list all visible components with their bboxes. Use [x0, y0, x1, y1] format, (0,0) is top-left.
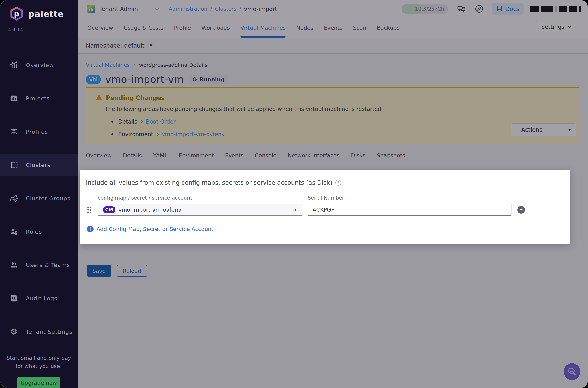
app-version: 4.4.14 — [0, 22, 78, 32]
sidebar: p palette 4.4.14 Overview — [0, 0, 78, 388]
save-button[interactable]: Save — [87, 265, 111, 277]
sidebar-item-label: Profiles — [26, 128, 48, 135]
sidebar-item-overview[interactable]: Overview — [0, 54, 78, 76]
vm-tab-yaml[interactable]: YAML — [153, 152, 167, 159]
sidebar-item-users-teams[interactable]: Users & Teams — [0, 254, 78, 276]
settings-button[interactable]: Settings — [536, 21, 576, 32]
caret-down-icon[interactable]: ▼ — [150, 43, 152, 48]
compass-icon[interactable] — [475, 4, 484, 14]
redacted-items — [530, 6, 581, 12]
environment-panel: Include all values from existing config … — [80, 170, 570, 244]
tab-virtual-machines[interactable]: Virtual Machines — [241, 18, 286, 38]
actions-dropdown[interactable]: Actions ▼ — [511, 123, 576, 136]
search-assistant-fab[interactable] — [564, 363, 580, 380]
tenant-admin-icon — [87, 5, 95, 13]
config-map-row: CM vmo-import-vm-ovfenv ▼ − — [86, 204, 563, 216]
environment-panel-heading: Include all values from existing config … — [86, 179, 563, 186]
sidebar-item-label: Clusters — [26, 162, 50, 168]
palette-logo[interactable]: p palette — [0, 0, 78, 22]
tab-scan[interactable]: Scan — [353, 18, 366, 38]
vm-tab-overview[interactable]: Overview — [86, 152, 112, 159]
tab-overview[interactable]: Overview — [87, 18, 113, 38]
promo-text-line2: for what you use! — [0, 362, 78, 370]
usage-quota-value: 10.3/25kCh — [415, 6, 448, 12]
tab-workloads[interactable]: Workloads — [202, 18, 230, 38]
redacted-item — [530, 6, 539, 12]
tab-events[interactable]: Events — [324, 18, 342, 38]
sidebar-item-roles[interactable]: Roles — [0, 220, 78, 243]
app-name: palette — [28, 9, 64, 19]
sidebar-item-cluster-groups[interactable]: Cluster Groups — [0, 187, 78, 210]
sidebar-item-profiles[interactable]: Profiles — [0, 121, 78, 143]
settings-label: Settings — [541, 24, 564, 30]
add-config-map-link[interactable]: + Add Config Map, Secret or Service Acco… — [86, 226, 563, 232]
pending-area-label: Details — [118, 118, 137, 125]
config-map-type-badge: CM — [103, 206, 115, 213]
pending-boot-order-link[interactable]: Boot Order — [146, 118, 176, 125]
chat-icon[interactable] — [456, 4, 466, 14]
vm-tab-snapshots[interactable]: Snapshots — [377, 152, 405, 159]
breadcrumb-administration[interactable]: Administration — [169, 6, 207, 12]
namespace-selector[interactable]: Namespace: default — [86, 42, 145, 49]
vm-tab-disks[interactable]: Disks — [351, 152, 365, 159]
vm-subtabs: Overview Details YAML Environment Events… — [78, 144, 588, 165]
plus-icon: + — [87, 226, 93, 232]
app-window: p palette 4.4.14 Overview — [0, 0, 588, 388]
clusters-icon — [9, 160, 19, 170]
status-label: Running — [200, 76, 225, 82]
tab-backups[interactable]: Backups — [377, 18, 400, 38]
chevron-right-icon — [133, 64, 136, 67]
vm-breadcrumb-link[interactable]: Virtual Machines — [86, 62, 130, 68]
cluster-groups-icon — [9, 194, 19, 203]
caret-down-icon: ▼ — [294, 208, 296, 212]
pending-change-item: Environment vmo-import-vm-ovfenv — [86, 131, 579, 137]
upgrade-promo: Start small and only pay for what you us… — [0, 354, 78, 388]
vm-details-content: Virtual Machines wordpress-adelina Detai… — [78, 53, 588, 388]
serial-number-label: Serial Number — [308, 195, 344, 201]
pending-changes-description: The following areas have pending changes… — [86, 106, 579, 112]
tab-nodes[interactable]: Nodes — [296, 18, 313, 38]
sidebar-item-label: Projects — [26, 95, 49, 102]
config-map-select[interactable]: CM vmo-import-vm-ovfenv ▼ — [98, 204, 302, 216]
breadcrumb-clusters[interactable]: Clusters — [215, 6, 236, 12]
actions-label: Actions — [521, 126, 543, 133]
upgrade-now-button[interactable]: Upgrade now — [17, 377, 60, 388]
cluster-tabbar: Overview Usage & Costs Profile Workloads… — [78, 18, 588, 38]
tab-profile[interactable]: Profile — [174, 18, 191, 38]
vm-tab-details[interactable]: Details — [123, 152, 142, 159]
vm-tab-events[interactable]: Events — [225, 152, 244, 159]
sidebar-item-tenant-settings[interactable]: ⚙ Tenant Settings — [0, 321, 78, 343]
minus-icon: − — [520, 207, 523, 212]
tab-usage-costs[interactable]: Usage & Costs — [124, 18, 163, 38]
users-teams-icon — [9, 260, 19, 270]
breadcrumb: Administration / Clusters / vmo-import — [169, 6, 277, 12]
remove-row-button[interactable]: − — [517, 206, 525, 214]
chevron-right-icon — [156, 133, 159, 136]
gear-icon: ⚙ — [9, 327, 19, 337]
sync-icon: ⟳ — [193, 76, 198, 82]
sidebar-item-label: Roles — [26, 228, 42, 235]
sidebar-item-projects[interactable]: Projects — [0, 87, 78, 109]
serial-number-input[interactable] — [308, 204, 512, 216]
reload-button[interactable]: Reload — [117, 265, 147, 277]
usage-quota-badge[interactable]: 10.3/25kCh — [402, 4, 448, 14]
status-badge: ⟳ Running — [189, 75, 228, 84]
config-map-label: config map / secret / service account — [98, 195, 302, 201]
vm-tab-console[interactable]: Console — [255, 152, 276, 159]
pending-area-label: Environment — [118, 131, 153, 137]
vm-tab-network-interfaces[interactable]: Network Interfaces — [288, 152, 340, 159]
book-icon — [496, 5, 503, 13]
vm-title-row: VM vmo-import-vm ⟳ Running — [78, 68, 588, 85]
sidebar-nav: Overview Projects Profiles — [0, 54, 78, 354]
redacted-item — [541, 6, 553, 12]
chevron-right-icon — [140, 120, 143, 123]
docs-button[interactable]: Docs — [492, 3, 523, 15]
vm-tab-environment[interactable]: Environment — [179, 152, 214, 159]
sidebar-item-audit-logs[interactable]: Audit Logs — [0, 287, 78, 310]
help-icon[interactable]: ? — [335, 180, 341, 186]
tenant-selector[interactable]: Tenant Admin — [99, 6, 138, 12]
sidebar-item-clusters[interactable]: Clusters — [0, 154, 78, 176]
pending-ovfenv-link[interactable]: vmo-import-vm-ovfenv — [162, 131, 225, 137]
chevron-down-icon[interactable] — [155, 6, 159, 10]
drag-handle-icon[interactable] — [86, 207, 98, 213]
